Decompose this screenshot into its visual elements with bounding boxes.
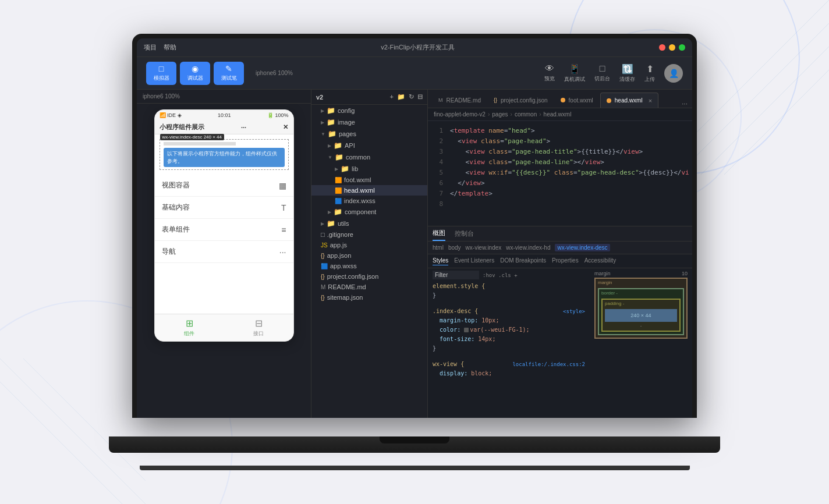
code-line-5: <view wx:if="{{desc}}" class="page-head-… xyxy=(450,168,688,178)
maximize-button[interactable] xyxy=(679,44,685,51)
section-views-label: 视图容器 xyxy=(162,180,190,190)
styles-filter-hints: :hov .cls + xyxy=(483,272,518,278)
tree-item-common[interactable]: ▼ 📁 common xyxy=(311,151,427,163)
tree-item-foot-wxml[interactable]: 🟧 foot.wxml xyxy=(311,175,427,185)
bc-wx-view-index[interactable]: wx-view.index xyxy=(466,244,502,251)
menu-project[interactable]: 项目 xyxy=(144,43,157,52)
tree-item-label: app.json xyxy=(327,252,352,259)
simulator-button[interactable]: □ 模拟器 xyxy=(146,62,176,85)
phone-menu-icon[interactable]: ··· xyxy=(241,124,246,131)
tree-item-readme[interactable]: M README.md xyxy=(311,282,427,292)
font-size-prop: font-size: xyxy=(440,336,474,342)
simulator-icon: □ xyxy=(159,64,164,73)
tab-foot-wxml[interactable]: foot.wxml xyxy=(555,93,599,108)
tree-item-lib[interactable]: ▶ 📁 lib xyxy=(311,163,427,175)
preview-label: 预览 xyxy=(544,75,555,83)
debugger-label: 调试器 xyxy=(187,74,203,82)
minimize-button[interactable] xyxy=(669,44,675,51)
main-content: iphone6 100% 📶 IDE ◈ 10:01 🔋 100% xyxy=(137,90,692,418)
tree-item-app-js[interactable]: JS app.js xyxy=(311,240,427,250)
tree-item-api[interactable]: ▶ 📁 API xyxy=(311,140,427,151)
styles-tab-styles[interactable]: Styles xyxy=(433,257,448,265)
bottom-left: html body wx-view.index wx-view.index-hd xyxy=(428,242,692,418)
tree-item-config[interactable]: ▶ 📁 config xyxy=(311,105,427,116)
bottom-tab-console[interactable]: 控制台 xyxy=(455,227,474,240)
style-source-link[interactable]: <style> xyxy=(563,307,585,316)
phone-content: wx-view.index-desc 240 × 44 以下将展示小程序官方组件… xyxy=(155,139,293,314)
tree-item-image[interactable]: ▶ 📁 image xyxy=(311,116,427,128)
tree-item-app-wxss[interactable]: 🟦 app.wxss xyxy=(311,261,427,271)
device-debug-action[interactable]: 📱 真机调试 xyxy=(564,63,585,83)
background-action[interactable]: □ 切后台 xyxy=(594,63,610,83)
section-nav-label: 导航 xyxy=(162,247,176,257)
tree-item-label: project.config.json xyxy=(327,273,379,280)
new-file-icon[interactable]: + xyxy=(390,93,394,101)
tab-readme[interactable]: M README.md xyxy=(433,93,487,108)
collapse-icon[interactable]: ⊟ xyxy=(417,93,423,101)
index-desc-selector: .index-desc { xyxy=(433,308,478,314)
phone-nav-api[interactable]: ⊟ 接口 xyxy=(253,318,264,338)
chevron-icon: ▶ xyxy=(328,143,331,148)
user-avatar[interactable]: 👤 xyxy=(664,64,683,83)
file-icon: □ xyxy=(321,231,325,238)
tab-project-config[interactable]: {} project.config.json xyxy=(488,93,554,108)
refresh-icon[interactable]: ↻ xyxy=(409,93,414,101)
styles-tab-event-listeners[interactable]: Event Listeners xyxy=(454,257,494,265)
tree-item-utils[interactable]: ▶ 📁 utils xyxy=(311,218,427,229)
tree-item-app-json[interactable]: {} app.json xyxy=(311,250,427,261)
tree-item-sitemap[interactable]: {} sitemap.json xyxy=(311,292,427,303)
clear-cache-action[interactable]: 🔃 清缓存 xyxy=(619,63,635,83)
display-val: block; xyxy=(471,370,492,377)
code-lines[interactable]: <template name="head"> <view class="page… xyxy=(445,121,692,226)
tree-item-label: common xyxy=(346,154,370,161)
tab-foot-label: foot.wxml xyxy=(569,97,593,104)
folder-icon: 📁 xyxy=(327,219,335,228)
new-folder-icon[interactable]: 📁 xyxy=(397,93,405,101)
phone-nav-components-label: 组件 xyxy=(184,330,194,338)
screen-inner: 项目 帮助 v2-FinClip小程序开发工具 □ xyxy=(137,38,692,418)
phone-section-form: 表单组件 ≡ xyxy=(155,219,293,241)
phone-section-views: 视图容器 ▦ xyxy=(155,175,293,197)
phone-close-icon[interactable]: ✕ xyxy=(283,123,288,131)
tree-item-gitignore[interactable]: □ .gitignore xyxy=(311,229,427,240)
styles-tab-properties[interactable]: Properties xyxy=(552,257,579,265)
more-tabs-button[interactable]: ··· xyxy=(682,100,688,108)
bc-html[interactable]: html xyxy=(433,244,444,251)
tree-item-label: API xyxy=(345,142,355,149)
styles-tab-dom-breakpoints[interactable]: DOM Breakpoints xyxy=(500,257,546,265)
styles-left-panel: :hov .cls + element.style { } xyxy=(428,268,590,418)
tab-close-icon[interactable]: × xyxy=(649,97,652,104)
file-tree-panel: v2 + 📁 ↻ ⊟ ▶ 📁 config xyxy=(311,90,428,418)
upload-action[interactable]: ⬆ 上传 xyxy=(644,63,655,83)
styles-filter-input[interactable] xyxy=(433,271,479,279)
border-text: border - xyxy=(601,290,618,296)
debugger-button[interactable]: ◉ 调试器 xyxy=(180,62,210,85)
close-button[interactable] xyxy=(659,44,665,51)
styles-filter-bar: :hov .cls + xyxy=(433,271,585,279)
line-numbers: 12345678 xyxy=(428,121,445,226)
phone-section-basic: 基础内容 T xyxy=(155,197,293,219)
wx-view-link[interactable]: localfile:/.index.css:2 xyxy=(512,360,585,369)
test-icon: ✎ xyxy=(225,64,232,73)
tree-item-component[interactable]: ▶ 📁 component xyxy=(311,206,427,218)
bc-wx-view-index-hd[interactable]: wx-view.index-hd xyxy=(506,244,550,251)
preview-action[interactable]: 👁 预览 xyxy=(544,63,555,83)
bottom-tab-overview[interactable]: 概图 xyxy=(433,226,445,241)
phone-nav-components[interactable]: ⊞ 组件 xyxy=(184,318,194,338)
tree-item-label: head.wxml xyxy=(344,187,375,194)
test-button[interactable]: ✎ 测试笔 xyxy=(214,62,244,85)
tree-item-index-wxss[interactable]: 🟦 index.wxss xyxy=(311,196,427,206)
menu-help[interactable]: 帮助 xyxy=(164,43,176,52)
display-prop: display: xyxy=(440,370,467,377)
bc-body[interactable]: body xyxy=(448,244,461,251)
tab-head-wxml[interactable]: head.wxml × xyxy=(600,93,658,108)
tree-item-project-config[interactable]: {} project.config.json xyxy=(311,271,427,282)
tree-item-pages[interactable]: ▼ 📁 pages xyxy=(311,128,427,140)
breadcrumb-sep3: › xyxy=(539,111,541,118)
tree-item-label: .gitignore xyxy=(327,231,353,238)
styles-tab-accessibility[interactable]: Accessibility xyxy=(584,257,616,265)
highlight-label: wx-view.index-desc 240 × 44 xyxy=(160,134,225,140)
bc-wx-view-index-desc[interactable]: wx-view.index-desc xyxy=(555,244,610,251)
tree-item-head-wxml[interactable]: 🟧 head.wxml xyxy=(311,185,427,196)
json-file-icon: {} xyxy=(321,294,325,301)
